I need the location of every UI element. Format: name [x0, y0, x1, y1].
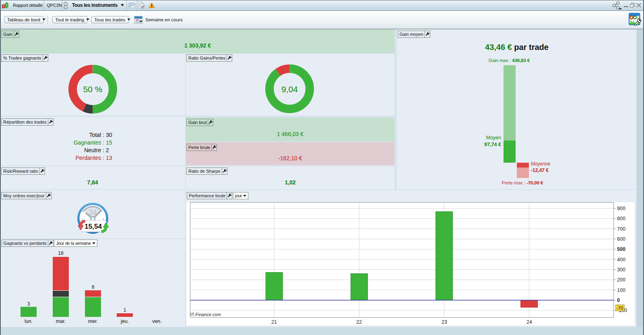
svg-text:700: 700	[617, 226, 625, 232]
svg-text:100: 100	[617, 287, 625, 293]
svg-text:200: 200	[617, 277, 625, 283]
svg-text:15,54: 15,54	[85, 222, 102, 230]
svg-text:600: 600	[617, 236, 625, 242]
svg-text:22: 22	[356, 319, 362, 325]
svg-text:21: 21	[271, 319, 277, 325]
svg-text:300: 300	[617, 267, 625, 273]
svg-text:800: 800	[617, 216, 625, 221]
svg-text:23: 23	[442, 319, 447, 325]
svg-text:500: 500	[617, 246, 625, 252]
svg-text:-70: -70	[617, 306, 623, 310]
svg-text:0: 0	[617, 298, 620, 303]
svg-text:400: 400	[617, 257, 625, 263]
svg-text:900: 900	[617, 206, 625, 211]
svg-text:24: 24	[526, 319, 532, 325]
svg-text:IT-Finance.com: IT-Finance.com	[190, 312, 221, 317]
